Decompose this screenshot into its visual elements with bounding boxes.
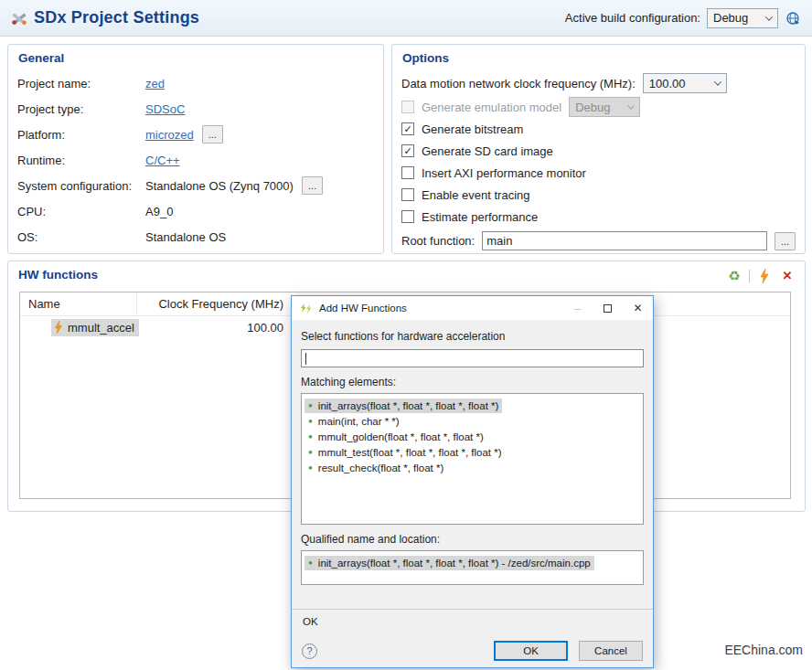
system-configuration-value: Standalone OS (Zynq 7000)	[145, 179, 294, 193]
chevron-down-icon	[714, 78, 721, 85]
field-system-configuration: System configuration: Standalone OS (Zyn…	[17, 173, 374, 198]
axi-monitor-label: Insert AXI performance monitor	[422, 166, 586, 180]
active-build-config-select[interactable]: Debug	[707, 8, 778, 28]
generate-bitstream-row: ✓ Generate bitstream	[401, 118, 796, 140]
hw-bolts-icon	[300, 303, 313, 314]
emulation-model-label: Generate emulation model	[422, 101, 561, 114]
platform-link[interactable]: microzed	[145, 128, 194, 142]
matching-elements-list: ●init_arrays(float *, float *, float *, …	[301, 393, 644, 525]
page-title: SDx Project Settings	[34, 8, 199, 27]
add-hw-function-icon[interactable]	[756, 268, 773, 284]
function-filter-input[interactable]	[301, 349, 644, 367]
matching-elements-label: Matching elements:	[301, 376, 644, 388]
root-function-row: Root function: ...	[401, 228, 796, 254]
list-item[interactable]: ●result_check(float *, float *)	[304, 461, 447, 475]
generate-sd-card-label: Generate SD card image	[422, 144, 553, 158]
qualified-list-item[interactable]: ●init_arrays(float *, float *, float *, …	[304, 556, 594, 570]
list-item-label: mmult_golden(float *, float *, float *)	[318, 431, 484, 442]
tools-icon	[11, 10, 27, 27]
root-function-label: Root function:	[401, 234, 475, 248]
method-bullet-icon: ●	[308, 464, 313, 472]
estimate-performance-checkbox[interactable]: ✓	[401, 210, 414, 223]
estimate-performance-row: ✓ Estimate performance	[401, 206, 796, 228]
list-item-label: mmult_test(float *, float *, float *, fl…	[318, 447, 502, 458]
project-type-link[interactable]: SDSoC	[145, 102, 185, 116]
general-panel-title: General	[8, 45, 383, 69]
method-bullet-icon: ●	[308, 559, 313, 567]
list-item[interactable]: ●mmult_test(float *, float *, float *, f…	[304, 445, 506, 460]
root-function-browse-button[interactable]: ...	[775, 232, 796, 250]
list-item-label: init_arrays(float *, float *, float *, f…	[318, 400, 499, 411]
method-bullet-icon: ●	[308, 402, 313, 409]
generate-sd-card-row: ✓ Generate SD card image	[401, 140, 796, 162]
dialog-status-message: OK	[292, 609, 653, 627]
field-project-type: Project type: SDSoC	[17, 96, 374, 122]
list-item-label: main(int, char * *)	[318, 416, 400, 427]
hw-function-selected[interactable]: mmult_accel	[51, 319, 139, 336]
clock-frequency-select[interactable]: 100.00	[643, 73, 727, 93]
list-item[interactable]: ●main(int, char * *)	[304, 414, 403, 429]
qualified-item-label: init_arrays(float *, float *, float *, f…	[318, 558, 591, 569]
project-name-link[interactable]: zed	[145, 77, 165, 90]
generate-sd-card-checkbox[interactable]: ✓	[401, 144, 414, 157]
field-project-name: Project name: zed	[17, 70, 374, 96]
hw-function-frequency: 100.00	[137, 321, 285, 335]
cpu-label: CPU:	[17, 205, 145, 218]
watermark: EEChina.com	[724, 643, 803, 657]
field-runtime: Runtime: C/C++	[17, 147, 374, 173]
clock-frequency-value: 100.00	[649, 77, 710, 90]
system-configuration-browse-button[interactable]: ...	[302, 176, 323, 195]
list-item[interactable]: ●mmult_golden(float *, float *, float *)	[304, 430, 487, 444]
active-build-config-value: Debug	[713, 11, 761, 25]
list-item[interactable]: ●init_arrays(float *, float *, float *, …	[304, 399, 502, 413]
clock-frequency-row: Data motion network clock frequency (MHz…	[401, 70, 796, 96]
runtime-link[interactable]: C/C++	[145, 154, 180, 167]
text-caret	[305, 353, 306, 365]
field-os: OS: Standalone OS	[17, 224, 374, 250]
general-fields: Project name: zed Project type: SDSoC Pl…	[8, 69, 383, 251]
options-rows: Data motion network clock frequency (MHz…	[392, 69, 805, 256]
axi-monitor-checkbox[interactable]: ✓	[401, 166, 414, 179]
active-build-config-label: Active build configuration:	[565, 11, 700, 25]
toolbar-divider	[749, 270, 750, 282]
project-name-label: Project name:	[17, 77, 145, 90]
system-configuration-label: System configuration:	[17, 179, 145, 193]
cpu-value: A9_0	[145, 205, 173, 218]
method-bullet-icon: ●	[308, 418, 313, 425]
manage-configurations-icon[interactable]	[785, 10, 801, 27]
estimate-performance-label: Estimate performance	[422, 210, 538, 224]
emulation-model-value: Debug	[575, 101, 623, 114]
lightning-icon	[54, 321, 63, 334]
qualified-name-list: ●init_arrays(float *, float *, float *, …	[301, 550, 644, 585]
close-icon[interactable]: ✕	[623, 296, 653, 320]
column-header-clock-frequency[interactable]: Clock Frequency (MHz)	[137, 297, 285, 311]
os-label: OS:	[17, 230, 145, 244]
event-tracing-row: ✓ Enable event tracing	[401, 184, 796, 206]
hw-function-name-cell: mmult_accel	[20, 319, 137, 336]
generate-bitstream-checkbox[interactable]: ✓	[401, 122, 414, 135]
dialog-titlebar[interactable]: Add HW Functions – ✕	[292, 296, 653, 320]
event-tracing-checkbox[interactable]: ✓	[401, 188, 414, 201]
field-platform: Platform: microzed ...	[17, 122, 374, 147]
help-icon[interactable]: ?	[302, 643, 317, 659]
options-panel: Options Data motion network clock freque…	[391, 44, 806, 254]
minimize-icon: –	[562, 296, 593, 320]
emulation-model-checkbox: ✓	[401, 101, 414, 113]
cancel-button[interactable]: Cancel	[579, 641, 643, 661]
column-header-name[interactable]: Name	[20, 292, 137, 316]
ok-button[interactable]: OK	[494, 641, 568, 661]
root-function-input[interactable]	[482, 231, 767, 250]
field-cpu: CPU: A9_0	[17, 198, 374, 224]
axi-monitor-row: ✓ Insert AXI performance monitor	[401, 162, 796, 184]
add-hw-functions-dialog: Add HW Functions – ✕ Select functions fo…	[291, 295, 654, 668]
platform-label: Platform:	[17, 128, 145, 142]
remove-hw-function-icon[interactable]: ✕	[779, 268, 796, 284]
maximize-icon[interactable]	[593, 296, 623, 320]
platform-browse-button[interactable]: ...	[202, 125, 223, 144]
clock-frequency-label: Data motion network clock frequency (MHz…	[401, 77, 636, 90]
generate-bitstream-label: Generate bitstream	[422, 122, 523, 136]
emulation-model-select: Debug	[569, 97, 640, 117]
method-bullet-icon: ●	[308, 449, 313, 456]
app-header: SDx Project Settings Active build config…	[0, 0, 812, 37]
refresh-icon[interactable]: ♻	[726, 268, 743, 284]
